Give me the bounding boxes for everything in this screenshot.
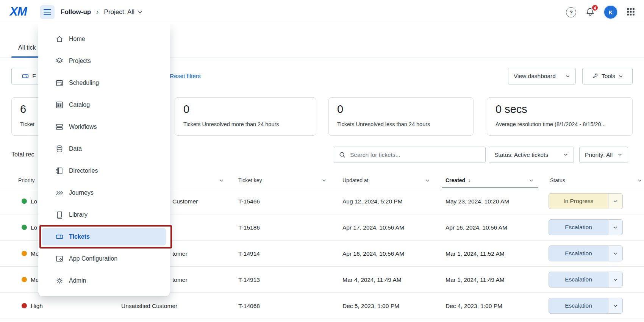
updated-at: Apr 17, 2024, 10:56 AM [342,214,404,241]
ticket-name: Customer [172,188,198,214]
status-dropdown[interactable]: Escalation [549,272,623,288]
hamburger-menu-icon[interactable] [40,5,55,19]
ticket-key: T-15186 [238,214,260,241]
status-filter-label: Status: Active tickets [494,152,548,158]
table-row[interactable]: High Unsatisfied Customer T-14068 Dec 5,… [0,293,644,319]
chevron-right-icon: › [95,8,99,17]
priority-label: Lo [31,214,37,241]
menu-item-label: Home [69,36,85,42]
stat-card-avg-resolution-time: 0 secs Average resolution time (8/1/2024… [487,97,633,136]
stat-value: 0 [337,103,465,116]
chevron-down-icon[interactable] [608,246,622,261]
status-label: Escalation [549,220,608,235]
chevron-down-icon[interactable] [608,298,622,313]
project-selector[interactable]: Project: All [104,8,142,16]
priority-label: Me [31,241,39,267]
menu-item-admin[interactable]: Admin [42,270,166,292]
status-label: Escalation [549,298,608,313]
menu-item-catalog[interactable]: Catalog [42,94,166,116]
menu-item-library[interactable]: Library [42,204,166,226]
column-header-updated-at[interactable]: Updated at [342,172,369,188]
menu-item-label: Admin [69,277,86,284]
menu-item-app-configuration[interactable]: App Configuration [42,248,166,270]
reset-filters-link[interactable]: Reset filters [170,73,201,80]
status-dropdown[interactable]: Escalation [549,219,623,235]
chevron-down-icon[interactable] [608,272,622,287]
stat-value: 0 secs [496,103,624,116]
stat-card-unresolved-less-24h: 0 Tickets Unresolved less than 24 hours [328,97,474,136]
priority-label: Lo [31,188,37,214]
wrench-icon [592,73,599,80]
menu-item-label: App Configuration [69,255,117,262]
column-header-status[interactable]: Status [550,172,565,188]
updated-at: Apr 16, 2024, 10:56 AM [342,241,404,267]
column-header-ticket-key[interactable]: Ticket key [238,172,262,188]
menu-item-data[interactable]: Data [42,138,166,160]
catalog-icon [55,100,64,109]
help-icon[interactable]: ? [566,7,576,17]
menu-item-label: Scheduling [69,80,99,86]
column-header-priority[interactable]: Priority [18,172,35,188]
chevron-down-icon[interactable] [425,172,430,188]
tab-all-tickets[interactable]: All tick [18,44,36,51]
scheduling-icon [55,78,64,88]
menu-item-label: Projects [69,58,91,64]
tickets-icon [55,232,64,241]
menu-item-directories[interactable]: Directories [42,160,166,182]
search-input[interactable] [334,147,486,163]
chevron-down-icon [138,10,142,15]
menu-item-workflows[interactable]: Workflows [42,116,166,138]
menu-item-journeys[interactable]: Journeys [42,182,166,204]
topbar-actions: ? 4 K [566,0,636,24]
stat-label: Tickets Unresolved more than 24 hours [183,121,279,127]
stat-label: Tickets Unresolved less than 24 hours [337,121,430,127]
menu-item-home[interactable]: Home [42,28,166,50]
priority-filter-label: Priority: All [585,152,613,158]
chevron-down-icon[interactable] [608,220,622,235]
status-dropdown[interactable]: In Progress [549,193,623,209]
menu-item-label: Workflows [69,123,97,130]
chevron-down-icon[interactable] [529,172,534,188]
breadcrumb-section[interactable]: Follow-up [61,8,91,16]
menu-item-label: Catalog [69,102,90,108]
priority-dot-low [22,199,27,204]
avatar[interactable]: K [604,6,617,19]
updated-at: Aug 12, 2024, 5:20 PM [342,188,403,214]
workflows-icon [55,122,64,131]
priority-label: High [31,293,43,319]
priority-dot-low [22,225,27,230]
ticket-key: T-15466 [238,188,260,214]
status-label: Escalation [549,246,608,261]
status-filter-dropdown[interactable]: Status: Active tickets [489,147,574,163]
priority-filter-dropdown[interactable]: Priority: All [579,147,628,163]
chevron-down-icon[interactable] [219,172,224,188]
projects-icon [55,56,64,66]
created-at: May 23, 2024, 10:20 AM [445,188,509,214]
view-dashboard-label: View dashboard [514,73,556,80]
notifications-button[interactable]: 4 [585,7,596,17]
apps-grid-icon[interactable] [626,7,636,18]
chevron-down-icon[interactable] [322,172,327,188]
menu-item-label: Journeys [69,189,94,196]
menu-item-tickets[interactable]: Tickets [42,228,166,245]
ticket-name: tomer [172,241,188,267]
menu-item-scheduling[interactable]: Scheduling [42,72,166,94]
global-nav-menu: Home Projects Scheduling Catalog Workflo… [38,24,170,296]
stat-card-unresolved-more-24h: 0 Tickets Unresolved more than 24 hours [175,97,316,136]
menu-item-projects[interactable]: Projects [42,50,166,72]
library-icon [55,210,64,219]
ticket-icon [22,72,29,80]
chevron-down-icon [565,74,570,79]
status-dropdown[interactable]: Escalation [549,298,623,314]
chevron-down-icon[interactable] [608,194,622,209]
menu-item-label: Tickets [69,233,90,240]
status-dropdown[interactable]: Escalation [549,245,623,261]
view-dashboard-button[interactable]: View dashboard [508,68,576,84]
priority-dot-high [22,303,27,308]
stat-label: Ticket [20,121,34,127]
created-header-label: Created [445,177,465,183]
ticket-key: T-14913 [238,267,260,293]
tools-button[interactable]: Tools [582,68,633,84]
column-header-created[interactable]: Created ↓ [445,172,470,188]
chevron-down-icon[interactable] [637,172,642,188]
